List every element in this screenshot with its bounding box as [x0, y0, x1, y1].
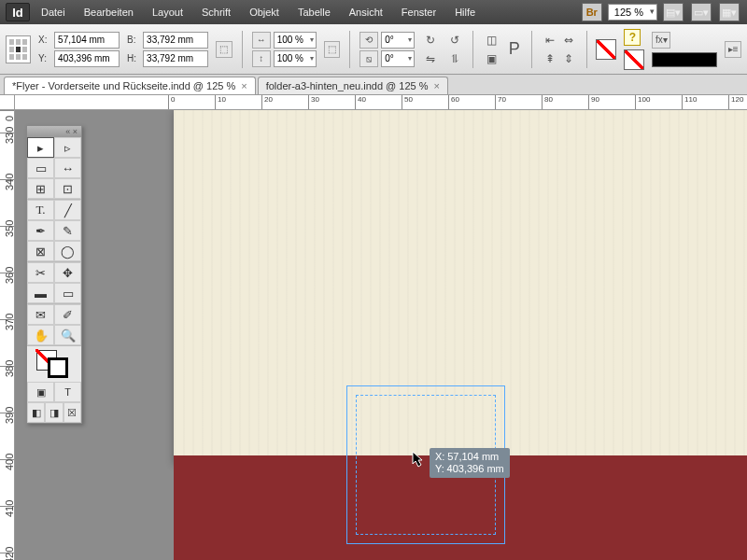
panel-menu-icon[interactable]: ▸≡ [725, 41, 741, 58]
height-field[interactable]: 33,792 mm [143, 50, 208, 67]
fill-stroke-proxy[interactable] [27, 346, 81, 382]
scale-y-icon: ↕ [252, 50, 271, 67]
shear-icon: ⧅ [359, 50, 378, 67]
constrain-scale-icon[interactable]: ⬚ [324, 41, 341, 58]
menu-window[interactable]: Fenster [394, 4, 444, 21]
document-tab-1-label: *Flyer - Vorderseite und Rückseite.indd … [12, 80, 235, 91]
apply-none-icon[interactable]: ☒ [63, 402, 81, 423]
screen-mode-icon[interactable]: ▭▾ [691, 3, 712, 21]
content-placer-tool[interactable]: ⊡ [54, 178, 81, 199]
zoom-tool[interactable]: 🔍 [54, 325, 81, 345]
free-transform-tool[interactable]: ✥ [54, 262, 81, 283]
stroke-proxy[interactable] [48, 357, 68, 378]
close-icon[interactable]: × [434, 80, 440, 91]
zoom-level-select[interactable]: 125 % [608, 4, 657, 21]
align-center-icon[interactable]: ⇔ [560, 32, 577, 49]
direct-selection-tool[interactable]: ▹ [54, 137, 81, 158]
menu-view[interactable]: Ansicht [342, 4, 390, 21]
constrain-wh-icon[interactable]: ⬚ [216, 41, 233, 58]
arrange-icon[interactable]: ▦▾ [719, 3, 740, 21]
close-icon[interactable]: × [241, 80, 247, 91]
p-icon[interactable]: P [507, 41, 522, 58]
document-tab-bar: *Flyer - Vorderseite und Rückseite.indd … [0, 75, 747, 95]
effects-icon[interactable]: fx▾ [652, 32, 670, 49]
align-left-icon[interactable]: ⇤ [542, 32, 558, 49]
rotate-cw-icon[interactable]: ↻ [422, 32, 439, 49]
formatting-text-icon[interactable]: T [54, 382, 81, 402]
menu-type[interactable]: Schrift [194, 4, 238, 21]
y-field[interactable]: 403,396 mm [54, 50, 120, 67]
hand-tool[interactable]: ✋ [27, 325, 54, 345]
h-label: H: [127, 53, 140, 63]
y-label: Y: [38, 53, 51, 63]
reference-point[interactable] [6, 35, 31, 63]
menu-object[interactable]: Objekt [242, 4, 287, 21]
eyedropper-tool[interactable]: ✐ [54, 304, 81, 325]
menu-edit[interactable]: Bearbeiten [77, 4, 141, 21]
ellipse-tool[interactable]: ◯ [54, 241, 81, 261]
apply-gradient-icon[interactable]: ◨ [45, 402, 63, 423]
horizontal-ruler[interactable]: 0 10 20 30 40 50 60 70 80 90 100 110 120 [15, 95, 747, 110]
document-tab-2[interactable]: folder-a3-hinten_neu.indd @ 125 %× [258, 77, 448, 94]
select-content-icon[interactable]: ▣ [483, 50, 500, 67]
cursor-arrow [412, 451, 425, 468]
control-bar: X:57,104 mm Y:403,396 mm B:33,792 mm H:3… [0, 24, 747, 75]
note-tool[interactable]: ✉ [27, 304, 54, 325]
flip-v-icon[interactable]: ⥮ [446, 50, 463, 67]
document-canvas[interactable]: X: 57,104 mm Y: 403,396 mm [15, 110, 747, 560]
view-options-icon[interactable]: ▤▾ [663, 3, 684, 21]
document-tab-2-label: folder-a3-hinten_neu.indd @ 125 % [266, 80, 429, 91]
apply-color-icon[interactable]: ◧ [27, 402, 45, 423]
pen-tool[interactable]: ✒ [27, 220, 54, 241]
menu-layout[interactable]: Layout [145, 4, 190, 21]
rotate-ccw-icon[interactable]: ↺ [446, 32, 463, 49]
menu-table[interactable]: Tabelle [290, 4, 338, 21]
menu-help[interactable]: Hilfe [447, 4, 483, 21]
tools-panel[interactable]: « × ▸ ▹ ▭ ↔ ⊞ ⊡ T. ╱ ✒ ✎ ⊠ ◯ ✂ ✥ ▬ ▭ ✉ ✐… [26, 125, 82, 424]
vertical-ruler[interactable]: 0 330 340 350 360 370 380 390 400 410 42… [0, 110, 15, 560]
w-label: B: [127, 35, 140, 45]
gap-tool[interactable]: ↔ [54, 158, 81, 178]
page-tool[interactable]: ▭ [27, 158, 54, 178]
help-icon[interactable]: ? [624, 29, 641, 46]
shear-field[interactable]: 0° [381, 50, 415, 67]
coordinate-tooltip: X: 57,104 mm Y: 403,396 mm [430, 448, 510, 478]
fill-swatch[interactable] [596, 39, 616, 60]
flip-h-icon[interactable]: ⇋ [422, 50, 439, 67]
align-top-icon[interactable]: ⇞ [542, 50, 558, 67]
selection-tool[interactable]: ▸ [27, 137, 54, 158]
app-logo: Id [6, 3, 30, 21]
rotate-icon: ⟲ [359, 32, 378, 49]
formatting-container-icon[interactable]: ▣ [27, 382, 54, 402]
align-vcenter-icon[interactable]: ⇕ [560, 50, 577, 67]
width-field[interactable]: 33,792 mm [143, 32, 208, 49]
rotation-field[interactable]: 0° [381, 32, 415, 49]
scale-x-icon: ↔ [252, 32, 271, 49]
document-tab-1[interactable]: *Flyer - Vorderseite und Rückseite.indd … [4, 77, 256, 94]
stroke-style[interactable] [652, 52, 717, 67]
gradient-feather-tool[interactable]: ▭ [54, 283, 81, 303]
scale-x-field[interactable]: 100 % [274, 32, 317, 49]
menubar: Id Datei Bearbeiten Layout Schrift Objek… [0, 0, 747, 24]
tools-panel-header[interactable]: « × [27, 126, 81, 137]
gradient-swatch-tool[interactable]: ▬ [27, 283, 54, 303]
stroke-swatch[interactable] [624, 49, 644, 70]
scale-y-field[interactable]: 100 % [274, 50, 317, 67]
ruler-origin[interactable] [0, 95, 15, 110]
bridge-icon[interactable]: Br [582, 3, 602, 21]
line-tool[interactable]: ╱ [54, 200, 81, 220]
menu-file[interactable]: Datei [34, 4, 73, 21]
type-tool[interactable]: T. [27, 200, 54, 220]
pencil-tool[interactable]: ✎ [54, 220, 81, 241]
scissors-tool[interactable]: ✂ [27, 262, 54, 283]
x-field[interactable]: 57,104 mm [54, 32, 120, 49]
select-container-icon[interactable]: ◫ [483, 32, 500, 49]
content-collector-tool[interactable]: ⊞ [27, 178, 54, 199]
x-label: X: [38, 35, 51, 45]
rectangle-frame-tool[interactable]: ⊠ [27, 241, 54, 261]
